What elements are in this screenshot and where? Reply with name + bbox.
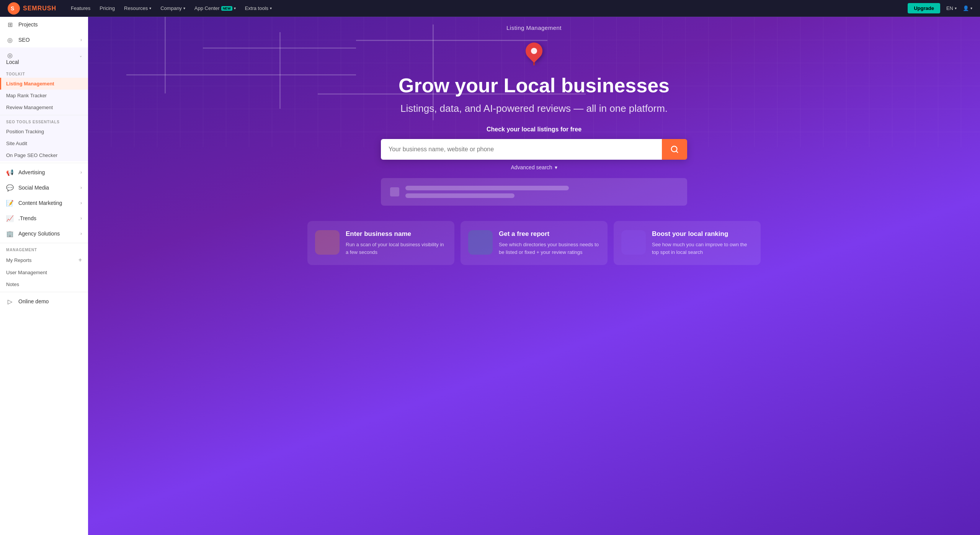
nav-pricing[interactable]: Pricing — [100, 5, 115, 11]
social-media-icon: 💬 — [6, 184, 14, 191]
demo-icon: ▷ — [6, 298, 14, 305]
toolkit-section-label: TOOLKIT — [0, 69, 88, 78]
nav-company[interactable]: Company ▾ — [160, 5, 185, 11]
svg-rect-8 — [621, 230, 646, 255]
my-reports-label: My Reports — [6, 257, 31, 263]
sidebar-item-label: Local — [6, 59, 19, 65]
sidebar-item-projects[interactable]: ⊞ Projects — [0, 17, 88, 32]
chevron-icon: › — [80, 231, 82, 236]
sidebar-item-notes[interactable]: Notes — [0, 278, 88, 290]
feature-icon-2: 🎯 — [621, 230, 646, 255]
logo-text: SEMRUSH — [23, 5, 56, 12]
nav-extra-tools[interactable]: Extra tools ▾ — [245, 5, 272, 11]
page-title: Listing Management — [103, 25, 965, 31]
hero-title: Grow your Local businesses — [103, 75, 965, 97]
advanced-search-toggle[interactable]: Advanced search ▾ — [103, 164, 965, 170]
user-menu[interactable]: 👤 ▾ — [963, 5, 972, 11]
sidebar-item-trends[interactable]: 📈 .Trends › — [0, 211, 88, 226]
loading-skeleton — [381, 178, 687, 206]
chevron-icon: ▾ — [149, 6, 151, 10]
nav-resources[interactable]: Resources ▾ — [124, 5, 151, 11]
nav-right: Upgrade EN ▾ 👤 ▾ — [908, 3, 972, 13]
app-center-badge: new — [221, 6, 232, 11]
seo-essentials-label: SEO TOOLS ESSENTIALS — [0, 117, 88, 126]
nav-items: Features Pricing Resources ▾ Company ▾ A… — [71, 5, 897, 11]
chevron-icon: › — [80, 216, 82, 221]
search-bar — [381, 139, 687, 160]
sidebar-item-label: .Trends — [18, 215, 36, 221]
sidebar-item-online-demo[interactable]: ▷ Online demo — [0, 294, 88, 309]
sidebar-item-social-media[interactable]: 💬 Social Media › — [0, 180, 88, 195]
chevron-icon: ˅ — [80, 56, 82, 61]
sidebar-item-seo[interactable]: ◎ SEO › — [0, 32, 88, 47]
feature-title-1: Get a free report — [499, 230, 600, 238]
hero-cta-label: Check your local listings for free — [103, 126, 965, 133]
svg-text:S: S — [11, 5, 14, 11]
skeleton-line — [405, 193, 514, 198]
user-icon: 👤 — [963, 5, 969, 11]
skeleton-lines — [405, 186, 678, 198]
nav-app-center[interactable]: App Center new ▾ — [194, 5, 236, 11]
chevron-icon: › — [80, 185, 82, 190]
search-input[interactable] — [381, 139, 662, 160]
feature-desc-1: See which directories your business need… — [499, 241, 600, 256]
chevron-icon: ▾ — [970, 6, 972, 10]
feature-desc-0: Run a scan of your local business visibi… — [346, 241, 447, 256]
upgrade-button[interactable]: Upgrade — [908, 3, 940, 13]
logo[interactable]: S SEMRUSH — [8, 2, 56, 15]
chevron-icon: › — [80, 200, 82, 206]
svg-rect-6 — [468, 230, 493, 255]
sidebar-item-label: Agency Solutions — [18, 231, 60, 237]
management-section-label: MANAGEMENT — [0, 245, 88, 254]
sidebar-item-on-page-seo[interactable]: On Page SEO Checker — [0, 149, 88, 161]
advertising-icon: 📢 — [6, 169, 14, 176]
sidebar-item-site-audit[interactable]: Site Audit — [0, 137, 88, 149]
sidebar-item-map-rank-tracker[interactable]: Map Rank Tracker — [0, 90, 88, 101]
app-layout: ⊞ Projects ◎ SEO › ◎ Local ˅ TOOLKIT — [0, 17, 980, 535]
map-pin-icon — [524, 43, 544, 65]
hero-subtitle: Listings, data, and AI-powered reviews —… — [103, 103, 965, 115]
sidebar-item-user-management[interactable]: User Management — [0, 267, 88, 278]
content-marketing-icon: 📝 — [6, 199, 14, 207]
sidebar-item-label: Content Marketing — [18, 200, 62, 206]
feature-text-0: Enter business name Run a scan of your l… — [346, 230, 447, 256]
divider — [0, 292, 88, 292]
search-button[interactable] — [662, 139, 687, 160]
svg-line-3 — [676, 151, 678, 152]
top-nav: S SEMRUSH Features Pricing Resources ▾ C… — [0, 0, 980, 17]
sidebar-item-listing-management[interactable]: Listing Management — [0, 78, 88, 90]
sidebar-item-label: SEO — [18, 37, 30, 43]
sidebar-item-position-tracking[interactable]: Position Tracking — [0, 126, 88, 137]
sidebar-item-advertising[interactable]: 📢 Advertising › — [0, 165, 88, 180]
sidebar-item-local[interactable]: ◎ Local ˅ — [0, 47, 88, 69]
sidebar-item-content-marketing[interactable]: 📝 Content Marketing › — [0, 195, 88, 211]
trends-icon: 📈 — [6, 214, 14, 222]
sidebar-item-review-management[interactable]: Review Management — [0, 101, 88, 113]
sidebar-item-my-reports[interactable]: My Reports + — [0, 254, 88, 267]
feature-card-2: 🎯 Boost your local ranking See how much … — [614, 221, 761, 265]
local-icon: ◎ — [6, 51, 14, 59]
feature-text-1: Get a free report See which directories … — [499, 230, 600, 256]
agency-icon: 🏢 — [6, 230, 14, 237]
sidebar: ⊞ Projects ◎ SEO › ◎ Local ˅ TOOLKIT — [0, 17, 88, 535]
sidebar-item-label: Projects — [18, 21, 38, 28]
sidebar-section-local: ◎ Local ˅ TOOLKIT Listing Management Map… — [0, 47, 88, 161]
language-selector[interactable]: EN ▾ — [946, 5, 957, 11]
seo-icon: ◎ — [6, 36, 14, 44]
sidebar-item-label: Social Media — [18, 185, 49, 191]
skeleton-line — [405, 186, 569, 190]
main-content: Listing Management Grow your Local busin… — [88, 17, 980, 535]
divider — [0, 163, 88, 163]
search-icon — [670, 145, 679, 154]
feature-desc-2: See how much you can improve to own the … — [652, 241, 753, 256]
chevron-icon: › — [80, 37, 82, 43]
chevron-icon: ▾ — [183, 6, 185, 10]
projects-icon: ⊞ — [6, 21, 14, 28]
chevron-icon: ▾ — [955, 6, 957, 10]
add-report-icon[interactable]: + — [78, 257, 82, 263]
chevron-down-icon: ▾ — [555, 164, 557, 170]
hero-section: Listing Management Grow your Local busin… — [88, 17, 980, 288]
sidebar-item-label: Advertising — [18, 169, 45, 175]
nav-features[interactable]: Features — [71, 5, 90, 11]
sidebar-item-agency-solutions[interactable]: 🏢 Agency Solutions › — [0, 226, 88, 241]
